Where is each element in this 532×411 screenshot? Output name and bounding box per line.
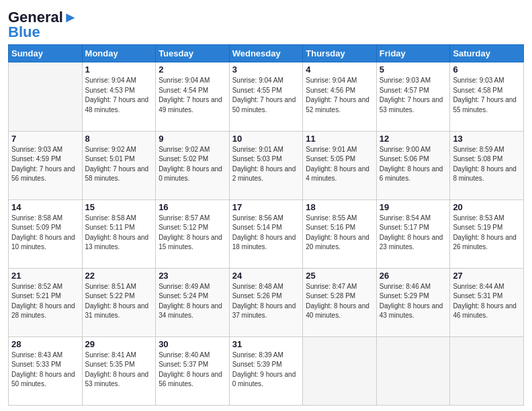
calendar-cell: 27Sunrise: 8:44 AMSunset: 5:31 PMDayligh… xyxy=(450,268,524,336)
day-header-monday: Monday xyxy=(82,45,156,62)
day-detail: Sunrise: 8:41 AMSunset: 5:35 PMDaylight:… xyxy=(85,351,153,390)
calendar-cell: 17Sunrise: 8:56 AMSunset: 5:14 PMDayligh… xyxy=(229,199,303,268)
calendar-cell: 5Sunrise: 9:03 AMSunset: 4:57 PMDaylight… xyxy=(376,62,450,131)
calendar-cell: 11Sunrise: 9:01 AMSunset: 5:05 PMDayligh… xyxy=(303,131,377,199)
day-header-sunday: Sunday xyxy=(9,45,83,62)
day-detail: Sunrise: 9:04 AMSunset: 4:55 PMDaylight:… xyxy=(232,76,300,115)
calendar-cell: 20Sunrise: 8:53 AMSunset: 5:19 PMDayligh… xyxy=(450,199,524,268)
logo-text-blue: Blue xyxy=(8,24,40,40)
day-number: 18 xyxy=(306,202,373,212)
calendar-cell: 16Sunrise: 8:57 AMSunset: 5:12 PMDayligh… xyxy=(156,199,230,268)
day-number: 15 xyxy=(85,202,153,212)
calendar-cell: 2Sunrise: 9:04 AMSunset: 4:54 PMDaylight… xyxy=(156,62,230,131)
day-number: 10 xyxy=(232,134,300,144)
day-detail: Sunrise: 8:47 AMSunset: 5:28 PMDaylight:… xyxy=(306,282,373,321)
calendar-cell xyxy=(450,336,524,405)
day-detail: Sunrise: 9:04 AMSunset: 4:53 PMDaylight:… xyxy=(85,76,153,115)
calendar-cell: 24Sunrise: 8:48 AMSunset: 5:26 PMDayligh… xyxy=(229,268,303,336)
day-number: 11 xyxy=(306,134,373,144)
calendar-cell: 15Sunrise: 8:58 AMSunset: 5:11 PMDayligh… xyxy=(82,199,156,268)
calendar-week-row: 7Sunrise: 9:03 AMSunset: 4:59 PMDaylight… xyxy=(9,131,524,199)
calendar-cell: 23Sunrise: 8:49 AMSunset: 5:24 PMDayligh… xyxy=(156,268,230,336)
calendar-cell: 1Sunrise: 9:04 AMSunset: 4:53 PMDaylight… xyxy=(82,62,156,131)
main-container: General► Blue SundayMondayTuesdayWednesd… xyxy=(0,0,532,411)
day-number: 25 xyxy=(306,271,373,281)
calendar-cell: 18Sunrise: 8:55 AMSunset: 5:16 PMDayligh… xyxy=(303,199,377,268)
calendar-cell: 14Sunrise: 8:58 AMSunset: 5:09 PMDayligh… xyxy=(9,199,83,268)
calendar-week-row: 28Sunrise: 8:43 AMSunset: 5:33 PMDayligh… xyxy=(9,336,524,405)
calendar-cell xyxy=(303,336,377,405)
calendar-cell: 4Sunrise: 9:04 AMSunset: 4:56 PMDaylight… xyxy=(303,62,377,131)
day-detail: Sunrise: 9:04 AMSunset: 4:54 PMDaylight:… xyxy=(159,76,226,115)
day-detail: Sunrise: 8:58 AMSunset: 5:09 PMDaylight:… xyxy=(11,214,79,253)
day-detail: Sunrise: 8:44 AMSunset: 5:31 PMDaylight:… xyxy=(453,282,521,321)
calendar-cell: 9Sunrise: 9:02 AMSunset: 5:02 PMDaylight… xyxy=(156,131,230,199)
day-detail: Sunrise: 8:51 AMSunset: 5:22 PMDaylight:… xyxy=(85,282,153,321)
day-number: 20 xyxy=(453,202,521,212)
day-number: 30 xyxy=(159,339,226,349)
day-number: 22 xyxy=(85,271,153,281)
day-number: 31 xyxy=(232,339,300,349)
day-number: 28 xyxy=(11,339,79,349)
calendar-cell xyxy=(9,62,83,131)
day-number: 16 xyxy=(159,202,226,212)
day-detail: Sunrise: 8:39 AMSunset: 5:39 PMDaylight:… xyxy=(232,351,300,390)
day-header-thursday: Thursday xyxy=(303,45,377,62)
calendar-cell: 8Sunrise: 9:02 AMSunset: 5:01 PMDaylight… xyxy=(82,131,156,199)
day-number: 8 xyxy=(85,134,153,144)
calendar-cell xyxy=(376,336,450,405)
day-number: 29 xyxy=(85,339,153,349)
calendar-table: SundayMondayTuesdayWednesdayThursdayFrid… xyxy=(8,44,524,406)
calendar-week-row: 21Sunrise: 8:52 AMSunset: 5:21 PMDayligh… xyxy=(9,268,524,336)
calendar-week-row: 1Sunrise: 9:04 AMSunset: 4:53 PMDaylight… xyxy=(9,62,524,131)
day-detail: Sunrise: 8:55 AMSunset: 5:16 PMDaylight:… xyxy=(306,214,373,253)
day-header-wednesday: Wednesday xyxy=(229,45,303,62)
day-detail: Sunrise: 8:56 AMSunset: 5:14 PMDaylight:… xyxy=(232,214,300,253)
day-number: 5 xyxy=(380,64,447,75)
calendar-cell: 29Sunrise: 8:41 AMSunset: 5:35 PMDayligh… xyxy=(82,336,156,405)
day-number: 1 xyxy=(85,64,153,75)
day-number: 7 xyxy=(11,134,79,144)
calendar-cell: 22Sunrise: 8:51 AMSunset: 5:22 PMDayligh… xyxy=(82,268,156,336)
day-detail: Sunrise: 9:02 AMSunset: 5:02 PMDaylight:… xyxy=(159,145,226,184)
day-detail: Sunrise: 9:01 AMSunset: 5:03 PMDaylight:… xyxy=(232,145,300,184)
day-detail: Sunrise: 8:46 AMSunset: 5:29 PMDaylight:… xyxy=(380,282,447,321)
calendar-cell: 10Sunrise: 9:01 AMSunset: 5:03 PMDayligh… xyxy=(229,131,303,199)
day-header-saturday: Saturday xyxy=(450,45,524,62)
day-number: 4 xyxy=(306,64,373,75)
day-number: 9 xyxy=(159,134,226,144)
day-detail: Sunrise: 8:54 AMSunset: 5:17 PMDaylight:… xyxy=(380,214,447,253)
day-number: 19 xyxy=(380,202,447,212)
header: General► Blue xyxy=(8,7,524,40)
day-number: 17 xyxy=(232,202,300,212)
calendar-cell: 30Sunrise: 8:40 AMSunset: 5:37 PMDayligh… xyxy=(156,336,230,405)
calendar-cell: 25Sunrise: 8:47 AMSunset: 5:28 PMDayligh… xyxy=(303,268,377,336)
day-number: 26 xyxy=(380,271,447,281)
day-detail: Sunrise: 9:03 AMSunset: 4:58 PMDaylight:… xyxy=(453,76,521,115)
day-detail: Sunrise: 9:00 AMSunset: 5:06 PMDaylight:… xyxy=(380,145,447,184)
logo: General► Blue xyxy=(8,9,78,40)
day-detail: Sunrise: 8:59 AMSunset: 5:08 PMDaylight:… xyxy=(453,145,521,184)
day-number: 3 xyxy=(232,64,300,75)
day-detail: Sunrise: 9:03 AMSunset: 4:57 PMDaylight:… xyxy=(380,76,447,115)
calendar-cell: 28Sunrise: 8:43 AMSunset: 5:33 PMDayligh… xyxy=(9,336,83,405)
calendar-cell: 21Sunrise: 8:52 AMSunset: 5:21 PMDayligh… xyxy=(9,268,83,336)
day-detail: Sunrise: 9:04 AMSunset: 4:56 PMDaylight:… xyxy=(306,76,373,115)
calendar-cell: 13Sunrise: 8:59 AMSunset: 5:08 PMDayligh… xyxy=(450,131,524,199)
day-header-friday: Friday xyxy=(376,45,450,62)
day-header-tuesday: Tuesday xyxy=(156,45,230,62)
calendar-cell: 7Sunrise: 9:03 AMSunset: 4:59 PMDaylight… xyxy=(9,131,83,199)
day-number: 12 xyxy=(380,134,447,144)
day-detail: Sunrise: 8:53 AMSunset: 5:19 PMDaylight:… xyxy=(453,214,521,253)
day-number: 13 xyxy=(453,134,521,144)
day-number: 6 xyxy=(453,64,521,75)
day-detail: Sunrise: 9:03 AMSunset: 4:59 PMDaylight:… xyxy=(11,145,79,184)
calendar-cell: 6Sunrise: 9:03 AMSunset: 4:58 PMDaylight… xyxy=(450,62,524,131)
day-detail: Sunrise: 8:57 AMSunset: 5:12 PMDaylight:… xyxy=(159,214,226,253)
day-number: 24 xyxy=(232,271,300,281)
day-detail: Sunrise: 8:52 AMSunset: 5:21 PMDaylight:… xyxy=(11,282,79,321)
calendar-cell: 31Sunrise: 8:39 AMSunset: 5:39 PMDayligh… xyxy=(229,336,303,405)
day-number: 27 xyxy=(453,271,521,281)
day-detail: Sunrise: 9:01 AMSunset: 5:05 PMDaylight:… xyxy=(306,145,373,184)
day-detail: Sunrise: 8:49 AMSunset: 5:24 PMDaylight:… xyxy=(159,282,226,321)
